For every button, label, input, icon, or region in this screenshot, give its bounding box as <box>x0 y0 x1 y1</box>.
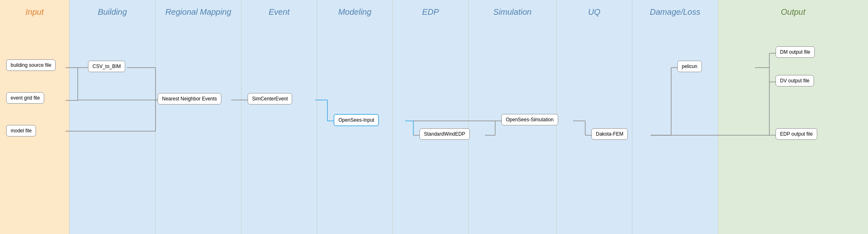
col-output: Output <box>718 0 868 234</box>
col-uq: UQ <box>557 0 632 234</box>
col-regional: Regional Mapping <box>156 0 241 234</box>
col-regional-header: Regional Mapping <box>156 0 241 21</box>
col-building-header: Building <box>70 0 155 21</box>
csv-to-bim-node: CSV_to_BIM <box>88 61 125 72</box>
col-simulation-header: Simulation <box>469 0 556 21</box>
col-uq-header: UQ <box>557 0 632 21</box>
col-edp: EDP <box>393 0 469 234</box>
nearest-neighbor-node: Nearest Neighbor Events <box>158 93 221 105</box>
building-source-node: building source file <box>6 59 56 71</box>
col-input: Input <box>0 0 70 234</box>
col-building: Building <box>70 0 156 234</box>
model-file-node: model file <box>6 125 36 136</box>
dv-output-node: DV output file <box>776 75 814 86</box>
dakota-fem-node: Dakota-FEM <box>591 128 628 140</box>
pelicun-node: pelicun <box>677 61 702 72</box>
simcenter-event-node: SimCenterEvent <box>248 93 292 105</box>
dm-output-node: DM output file <box>776 46 815 58</box>
edp-output-node: EDP output file <box>776 128 817 140</box>
pipeline-container: Input Building Regional Mapping Event Mo… <box>0 0 868 234</box>
col-event: Event <box>241 0 317 234</box>
col-modeling-header: Modeling <box>317 0 392 21</box>
col-output-header: Output <box>718 0 868 21</box>
event-grid-node: event grid file <box>6 92 44 104</box>
col-input-header: Input <box>0 0 69 21</box>
col-damage-header: Damage/Loss <box>632 0 718 21</box>
col-damage: Damage/Loss <box>632 0 718 234</box>
col-edp-header: EDP <box>393 0 468 21</box>
opensees-input-node: OpenSees-Input <box>334 114 379 126</box>
standard-wind-edp-node: StandardWindEDP <box>419 128 470 140</box>
col-event-header: Event <box>241 0 317 21</box>
opensees-simulation-node: OpenSees-Simulation <box>501 114 558 125</box>
